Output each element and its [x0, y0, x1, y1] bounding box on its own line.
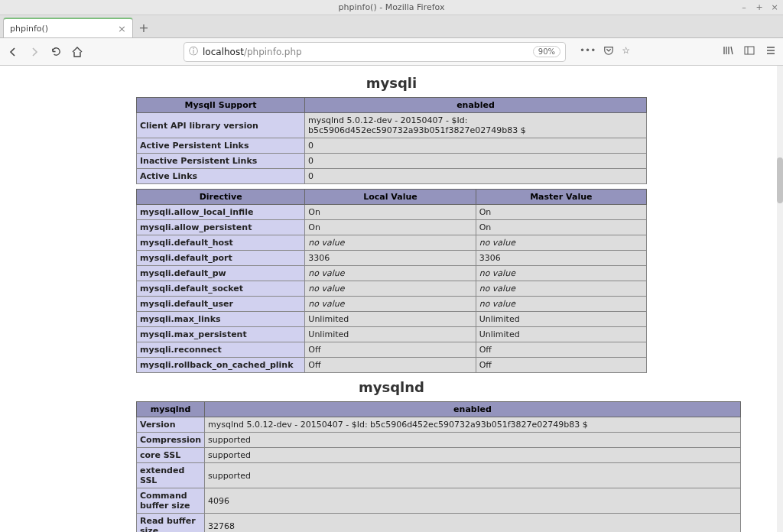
scrollbar-thumb[interactable]	[777, 157, 783, 203]
window-title: phpinfo() - Mozilla Firefox	[339, 2, 445, 12]
cell-value: 0	[305, 154, 647, 169]
th-directive: Directive	[137, 190, 305, 205]
cell-local: no value	[305, 281, 476, 297]
back-button[interactable]	[6, 45, 20, 59]
cell-key: mysqli.allow_persistent	[137, 220, 305, 235]
forward-button[interactable]	[28, 45, 41, 59]
cell-local: Off	[305, 358, 476, 373]
cell-master: no value	[476, 235, 646, 251]
th-enabled-2: enabled	[205, 402, 741, 417]
table-row: Compressionsupported	[137, 433, 741, 448]
home-button[interactable]	[70, 45, 84, 59]
cell-value: supported	[205, 448, 741, 463]
cell-value: mysqlnd 5.0.12-dev - 20150407 - $Id: b5c…	[305, 113, 647, 138]
cell-value: 32768	[205, 514, 741, 533]
table-row: extended SSLsupported	[137, 463, 741, 488]
site-info-icon[interactable]: ⓘ	[189, 45, 198, 58]
th-master-value: Master Value	[476, 190, 646, 205]
section-heading-mysqli: mysqli	[136, 75, 647, 91]
table-row: mysqli.max_linksUnlimitedUnlimited	[137, 312, 647, 327]
table-row: mysqli.allow_persistentOnOn	[137, 220, 647, 235]
mysqlnd-table: mysqlnd enabled Versionmysqlnd 5.0.12-de…	[136, 401, 741, 532]
table-row: Versionmysqlnd 5.0.12-dev - 20150407 - $…	[137, 417, 741, 433]
cell-key: mysqli.allow_local_infile	[137, 205, 305, 220]
cell-local: Unlimited	[305, 312, 476, 327]
cell-key: mysqli.max_links	[137, 312, 305, 327]
cell-key: mysqli.default_host	[137, 235, 305, 251]
cell-value: supported	[205, 433, 741, 448]
table-row: mysqli.default_port33063306	[137, 251, 647, 266]
cell-local: no value	[305, 297, 476, 312]
table-row: mysqli.reconnectOffOff	[137, 342, 647, 358]
nav-toolbar: ⓘ localhost/phpinfo.php 90% ••• ☆	[0, 38, 783, 66]
table-row: Read buffer size32768	[137, 514, 741, 533]
sidebar-icon[interactable]	[743, 44, 755, 59]
browser-tab[interactable]: phpinfo() ×	[3, 18, 133, 37]
app-menu-icon[interactable]	[765, 44, 777, 59]
new-tab-button[interactable]: +	[133, 18, 154, 37]
address-bar[interactable]: ⓘ localhost/phpinfo.php 90%	[184, 42, 566, 62]
cell-master: On	[476, 205, 646, 220]
cell-key: Command buffer size	[137, 488, 205, 514]
cell-value: supported	[205, 463, 741, 488]
cell-master: no value	[476, 281, 646, 297]
window-close-button[interactable]: ×	[769, 2, 780, 12]
cell-key: mysqli.default_socket	[137, 281, 305, 297]
pocket-icon[interactable]	[603, 45, 614, 58]
table-row: core SSLsupported	[137, 448, 741, 463]
page-viewport[interactable]: mysqli MysqlI Support enabled Client API…	[0, 66, 783, 532]
cell-local: no value	[305, 235, 476, 251]
cell-key: mysqli.max_persistent	[137, 327, 305, 342]
cell-master: Unlimited	[476, 312, 646, 327]
window-minimize-button[interactable]: –	[739, 2, 749, 12]
th-mysqlnd: mysqlnd	[137, 402, 205, 417]
section-heading-mysqlnd: mysqlnd	[136, 379, 647, 395]
tab-close-icon[interactable]: ×	[118, 23, 126, 34]
cell-key: Compression	[137, 433, 205, 448]
cell-value: 4096	[205, 488, 741, 514]
mysqli-directives-table: Directive Local Value Master Value mysql…	[136, 189, 647, 373]
cell-master: On	[476, 220, 646, 235]
cell-key: mysqli.default_pw	[137, 266, 305, 281]
th-enabled: enabled	[305, 98, 647, 113]
window-titlebar: phpinfo() - Mozilla Firefox – + ×	[0, 0, 783, 15]
cell-value: 0	[305, 169, 647, 184]
bookmark-star-icon[interactable]: ☆	[622, 45, 630, 58]
cell-key: Active Links	[137, 169, 305, 184]
cell-key: Read buffer size	[137, 514, 205, 533]
cell-key: mysqli.rollback_on_cached_plink	[137, 358, 305, 373]
cell-local: On	[305, 220, 476, 235]
cell-local: no value	[305, 266, 476, 281]
table-row: Active Links0	[137, 169, 647, 184]
reload-button[interactable]	[49, 45, 63, 59]
url-path: /phpinfo.php	[244, 47, 302, 57]
cell-master: 3306	[476, 251, 646, 266]
cell-key: Inactive Persistent Links	[137, 154, 305, 169]
table-row: Active Persistent Links0	[137, 138, 647, 154]
cell-key: Active Persistent Links	[137, 138, 305, 154]
cell-value: mysqlnd 5.0.12-dev - 20150407 - $Id: b5c…	[205, 417, 741, 433]
zoom-indicator[interactable]: 90%	[533, 46, 560, 57]
scrollbar-track[interactable]	[777, 66, 783, 532]
cell-key: extended SSL	[137, 463, 205, 488]
window-maximize-button[interactable]: +	[754, 2, 765, 12]
cell-local: 3306	[305, 251, 476, 266]
tab-strip: phpinfo() × +	[0, 15, 783, 38]
cell-key: mysqli.default_user	[137, 297, 305, 312]
table-row: Command buffer size4096	[137, 488, 741, 514]
table-row: mysqli.allow_local_infileOnOn	[137, 205, 647, 220]
cell-key: Client API library version	[137, 113, 305, 138]
library-icon[interactable]	[722, 44, 734, 59]
table-row: mysqli.rollback_on_cached_plinkOffOff	[137, 358, 647, 373]
page-actions-icon[interactable]: •••	[580, 45, 596, 58]
cell-key: mysqli.default_port	[137, 251, 305, 266]
table-row: mysqli.default_userno valueno value	[137, 297, 647, 312]
tab-title: phpinfo()	[10, 24, 48, 34]
table-row: mysqli.default_pwno valueno value	[137, 266, 647, 281]
th-mysqli-support: MysqlI Support	[137, 98, 305, 113]
svg-rect-0	[745, 47, 754, 54]
cell-key: core SSL	[137, 448, 205, 463]
cell-master: Unlimited	[476, 327, 646, 342]
cell-local: On	[305, 205, 476, 220]
table-row: mysqli.default_hostno valueno value	[137, 235, 647, 251]
